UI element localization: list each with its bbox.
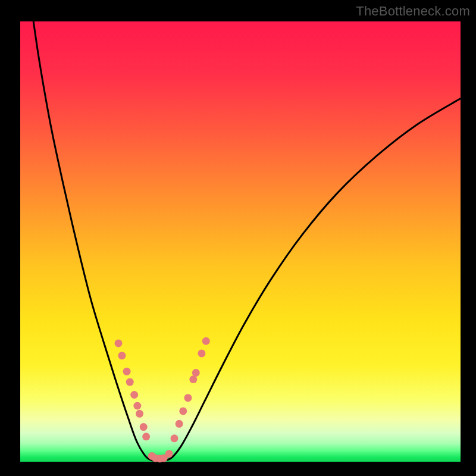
curve-marker: [202, 337, 210, 345]
curve-marker: [179, 407, 187, 415]
chart-frame: { "watermark": "TheBottleneck.com", "cha…: [0, 0, 476, 476]
plot-background: [20, 21, 461, 462]
curve-marker: [192, 369, 200, 377]
curve-marker: [133, 402, 141, 410]
curve-marker: [118, 352, 126, 359]
watermark-text: TheBottleneck.com: [356, 4, 470, 19]
bottleneck-chart: [0, 0, 476, 476]
curve-marker: [198, 349, 205, 357]
curve-marker: [123, 368, 131, 375]
curve-marker: [115, 339, 123, 347]
curve-marker: [189, 375, 197, 383]
curve-marker: [140, 423, 148, 431]
curve-marker: [171, 434, 178, 442]
curve-marker: [126, 378, 134, 386]
curve-marker: [142, 433, 150, 440]
curve-marker: [136, 410, 143, 418]
curve-marker: [165, 450, 173, 458]
curve-marker: [184, 394, 192, 402]
curve-marker: [130, 391, 138, 399]
curve-marker: [176, 420, 183, 428]
